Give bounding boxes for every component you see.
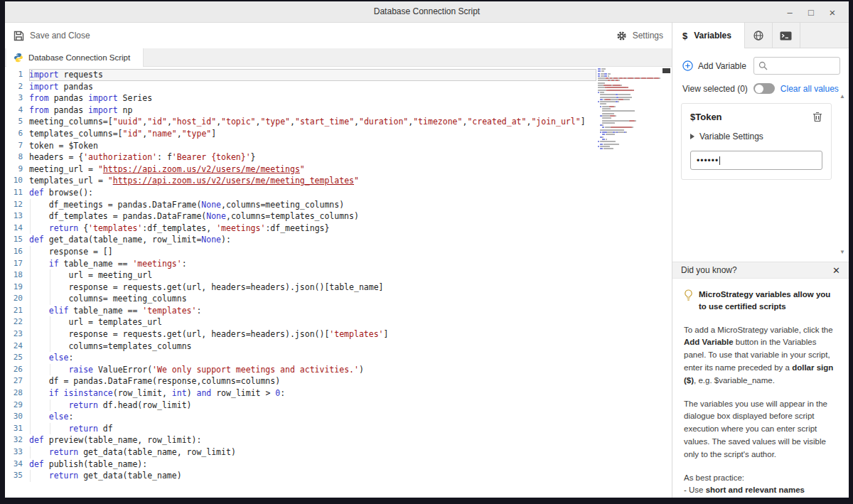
- line-number: 29: [5, 400, 23, 412]
- minimap[interactable]: [598, 68, 660, 150]
- plus-circle-icon: [682, 60, 693, 71]
- code-line[interactable]: meeting_url = "https://api.zoom.us/v2/us…: [29, 163, 596, 176]
- line-number: 25: [5, 352, 23, 364]
- tab-database-connection-script[interactable]: Database Connection Script: [6, 48, 144, 67]
- chevron-right-icon: [690, 134, 694, 139]
- code-line[interactable]: headers = {'authorization': f'Bearer {to…: [29, 151, 596, 163]
- line-number: 19: [5, 282, 23, 294]
- line-number: 22: [5, 316, 23, 328]
- clear-all-values-link[interactable]: Clear all values: [780, 84, 839, 94]
- close-button[interactable]: ×: [823, 3, 842, 21]
- code-line[interactable]: df_templates = pandas.DataFrame(None,col…: [29, 210, 596, 222]
- variable-card-token: $Token Variable Settings ••••••: [681, 103, 832, 180]
- variable-search[interactable]: [753, 57, 840, 75]
- add-variable-button[interactable]: Add Variable: [682, 60, 746, 71]
- line-number: 31: [5, 423, 23, 435]
- code-line[interactable]: return get_data(table_name): [29, 470, 596, 482]
- code-line[interactable]: def preview(table_name, row_limit):: [29, 434, 596, 446]
- line-number: 8: [5, 151, 23, 163]
- line-number: 32: [5, 434, 23, 446]
- settings-label: Settings: [633, 31, 663, 41]
- code-line[interactable]: raise ValueError('We only support meetin…: [29, 364, 596, 376]
- code-line[interactable]: response = requests.get(url, headers=hea…: [29, 328, 596, 341]
- code-line[interactable]: elif table_name == 'templates':: [29, 305, 596, 317]
- line-number: 28: [5, 387, 23, 400]
- code-line[interactable]: return {'templates':df_templates, 'meeti…: [29, 222, 596, 235]
- code-line[interactable]: meeting_columns=["uuid","id","host_id","…: [29, 116, 596, 128]
- line-number: 15: [5, 234, 23, 246]
- code-line[interactable]: if table_name == 'meetings':: [29, 258, 596, 270]
- code-line[interactable]: import requests: [29, 69, 596, 81]
- code-line[interactable]: return get_data(table_name, row_limit): [29, 446, 596, 459]
- code-line[interactable]: response = []: [29, 246, 596, 258]
- line-number: 2: [5, 81, 23, 93]
- packages-icon: [753, 30, 764, 41]
- line-number: 24: [5, 341, 23, 353]
- trash-icon[interactable]: [812, 112, 822, 122]
- search-input[interactable]: [771, 62, 835, 70]
- code-line[interactable]: if isinstance(row_limit, int) and row_li…: [29, 387, 596, 400]
- code-line[interactable]: token = $Token: [29, 140, 596, 152]
- line-number: 26: [5, 364, 23, 376]
- code-line[interactable]: else:: [29, 411, 596, 423]
- minimize-button[interactable]: –: [780, 3, 799, 21]
- line-number: 21: [5, 305, 23, 317]
- code-line[interactable]: import pandas: [29, 81, 596, 93]
- did-you-know-panel: Did you know? ✕ MicroStrategy variables …: [672, 262, 849, 498]
- variable-settings-expander[interactable]: Variable Settings: [690, 132, 822, 141]
- editor-scrollbar[interactable]: [662, 67, 672, 498]
- code-line[interactable]: templates_columns=["id","name","type"]: [29, 128, 596, 140]
- line-number: 14: [5, 222, 23, 235]
- floppy-save-icon: [14, 31, 24, 41]
- code-line[interactable]: columns=templates_columns: [29, 341, 596, 353]
- code-line[interactable]: def publish(table_name):: [29, 459, 596, 471]
- tip-paragraphs: To add a MicroStrategy variable, click t…: [684, 324, 837, 498]
- code-editor[interactable]: 1234567891011121314151617181920212223242…: [5, 67, 672, 498]
- settings-button[interactable]: Settings: [616, 31, 663, 41]
- code-line[interactable]: return df.head(row_limit): [29, 400, 596, 412]
- code-line[interactable]: def get_data(table_name, row_limit=None)…: [29, 234, 596, 246]
- code-line[interactable]: url = meeting_url: [29, 269, 596, 282]
- editor-scrollbar-thumb[interactable]: [662, 68, 670, 73]
- maximize-button[interactable]: □: [802, 3, 820, 21]
- panel-tabs-filler: [800, 23, 849, 48]
- add-variable-label: Add Variable: [698, 61, 746, 71]
- code-line[interactable]: else:: [29, 352, 596, 364]
- code-line[interactable]: url = templates_url: [29, 316, 596, 328]
- code-line[interactable]: return df: [29, 423, 596, 435]
- code-line[interactable]: columns= meeting_columns: [29, 293, 596, 305]
- title-bar[interactable]: Database Connection Script – □ ×: [5, 1, 849, 23]
- scroll-down-icon[interactable]: ▼: [838, 249, 847, 255]
- view-selected-label: View selected (0): [682, 84, 748, 94]
- masked-value: ••••••: [697, 156, 719, 166]
- line-number: 27: [5, 375, 23, 387]
- variables-panel: Add Variable View selected (0) Clear al: [672, 48, 849, 498]
- line-number: 34: [5, 459, 23, 471]
- did-you-know-content: MicroStrategy variables allow you to use…: [672, 279, 849, 498]
- code-line[interactable]: templates_url = "https://api.zoom.us/v2/…: [29, 175, 596, 187]
- code-line[interactable]: from pandas import Series: [29, 92, 596, 104]
- code-line[interactable]: df_meetings = pandas.DataFrame(None,colu…: [29, 199, 596, 211]
- code-line[interactable]: def browse():: [29, 187, 596, 199]
- save-and-close-button[interactable]: Save and Close: [14, 31, 90, 41]
- line-number: 20: [5, 293, 23, 305]
- line-number: 4: [5, 104, 23, 117]
- toolbar: Save and Close Settings: [5, 23, 672, 48]
- search-icon: [758, 61, 768, 70]
- code-line[interactable]: response = requests.get(url, headers=hea…: [29, 282, 596, 294]
- scroll-up-icon[interactable]: ▲: [838, 93, 847, 100]
- variable-list-scrollbar[interactable]: ▲ ▼: [838, 93, 847, 255]
- code-lines[interactable]: import requestsimport pandasfrom pandas …: [29, 69, 672, 482]
- tab-packages[interactable]: [745, 23, 773, 48]
- close-tip-icon[interactable]: ✕: [832, 265, 840, 276]
- tab-variables[interactable]: $ Variables: [672, 23, 745, 48]
- line-number: 9: [5, 163, 23, 176]
- variable-value-input[interactable]: ••••••: [690, 151, 822, 170]
- dollar-icon: $: [682, 31, 687, 41]
- code-line[interactable]: from pandas import np: [29, 104, 596, 117]
- view-selected-toggle[interactable]: [753, 83, 775, 94]
- tip-heading: MicroStrategy variables allow you to use…: [699, 289, 837, 313]
- code-line[interactable]: df = pandas.DataFrame(response,columns=c…: [29, 375, 596, 387]
- python-icon: [14, 53, 23, 63]
- tab-console[interactable]: [773, 23, 800, 48]
